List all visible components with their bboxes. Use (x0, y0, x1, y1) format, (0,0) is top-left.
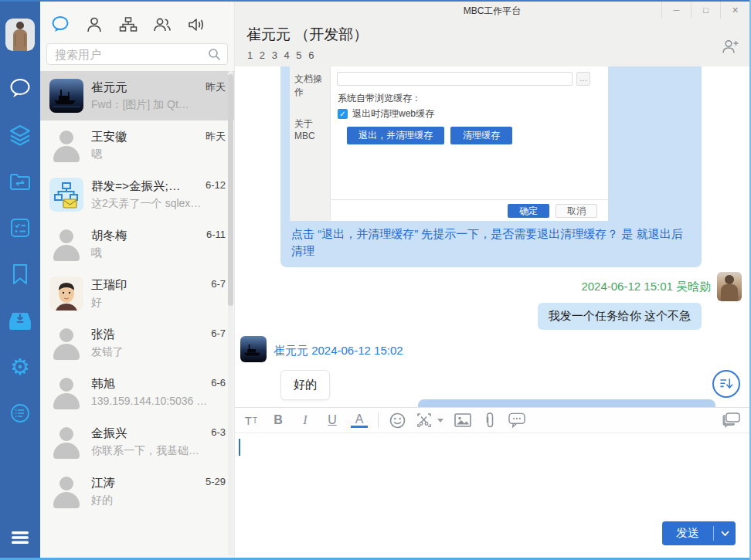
message-meta-left: 崔元元 2024-06-12 15:02 (240, 336, 749, 365)
contact-date: 6-7 (211, 278, 226, 290)
inbox-download-icon[interactable] (8, 309, 32, 332)
contacts-scrollbar[interactable] (228, 71, 233, 556)
menu-hamburger-icon[interactable] (0, 531, 40, 544)
about-list-icon[interactable] (8, 402, 32, 425)
add-person-icon[interactable] (722, 39, 739, 57)
send-dropdown-icon[interactable] (714, 531, 736, 536)
chat-records-icon[interactable] (722, 412, 740, 432)
contact-date: 昨天 (206, 80, 226, 94)
contact-preview: 嗯 (91, 148, 226, 161)
italic-icon[interactable]: I (297, 411, 314, 429)
message-scroll-area[interactable]: 文档操作 关于MBC … 系统自带浏览缓存： ✓ 退出时清理web缓存 (235, 66, 749, 407)
minimize-button[interactable]: ─ (661, 2, 691, 19)
contact-date: 6-7 (211, 328, 226, 339)
contact-preview: 发错了 (91, 345, 226, 359)
contacts-toolbar (40, 2, 234, 36)
org-structure-icon[interactable] (119, 15, 138, 34)
folder-transfer-icon[interactable] (8, 170, 32, 193)
contact-preview: 这2天弄了一个 sqlex… (91, 197, 226, 211)
contact-date: 5-29 (206, 476, 226, 487)
search-input[interactable] (47, 48, 227, 61)
contact-date: 昨天 (206, 130, 226, 144)
contact-date: 6-12 (206, 179, 226, 191)
contacts-panel: 崔元元 昨天 Fwd：[图片] 加 Qt… 王安徽 昨天 嗯 群发=>金振兴;…… (40, 2, 234, 558)
list-item[interactable]: 崔元元 昨天 Fwd：[图片] 加 Qt… (40, 71, 234, 120)
list-item[interactable]: 群发=>金振兴;… 6-12 这2天弄了一个 sqlex… (40, 170, 234, 219)
message-input[interactable]: 发送 (235, 434, 749, 558)
contact-person-icon[interactable] (85, 15, 104, 34)
announcement-speaker-icon[interactable] (187, 15, 206, 34)
app-window: ⚙ (0, 0, 751, 560)
groups-icon[interactable] (153, 15, 172, 34)
maximize-button[interactable]: □ (691, 2, 720, 19)
avatar (49, 375, 83, 409)
emoji-icon[interactable] (389, 411, 406, 429)
attachment-icon[interactable] (481, 411, 498, 429)
incoming-message-bubble: 文档操作 关于MBC … 系统自带浏览缓存： ✓ 退出时清理web缓存 (280, 66, 702, 267)
dialog-cancel-button: 取消 (556, 204, 597, 218)
window-border-top (0, 0, 751, 2)
contact-preview: 你联系一下，我基础… (91, 444, 226, 458)
contact-name: 王瑞印 (91, 277, 127, 294)
image-icon[interactable] (454, 411, 471, 429)
screenshot-dropdown-icon[interactable] (437, 411, 444, 429)
screenshot-settings-dialog: 文档操作 关于MBC … 系统自带浏览缓存： ✓ 退出时清理web缓存 (290, 66, 608, 221)
sender-avatar (240, 336, 267, 365)
dialog-checkbox-checked: ✓ (338, 109, 348, 119)
settings-gear-icon[interactable]: ⚙ (8, 355, 32, 378)
chat-bubble-icon[interactable] (51, 15, 70, 34)
list-item[interactable]: 胡冬梅 6-11 哦 (40, 219, 234, 269)
current-user-avatar[interactable] (5, 19, 35, 51)
send-label: 发送 (662, 526, 713, 541)
contact-name: 江涛 (91, 475, 115, 491)
underline-icon[interactable]: U (324, 411, 341, 429)
embedded-screenshot: 文档操作 关于MBC … 系统自带浏览缓存： ✓ 退出时清理web缓存 (290, 66, 692, 221)
contact-preview: 好 (91, 296, 226, 310)
font-color-icon[interactable]: A (351, 413, 368, 428)
avatar (49, 326, 83, 360)
avatar (49, 425, 83, 459)
contact-name: 韩旭 (91, 376, 115, 392)
dialog-clear-button: 清理缓存 (450, 127, 512, 144)
bookmark-icon[interactable] (8, 263, 32, 286)
screenshot-icon[interactable] (416, 411, 433, 429)
list-item[interactable]: 江涛 5-29 好的 (40, 467, 234, 516)
comment-icon[interactable] (508, 411, 525, 429)
contact-preview: 好的 (91, 494, 226, 507)
search-box (46, 43, 228, 65)
contact-name: 王安徽 (91, 129, 127, 145)
contact-preview: 哦 (91, 246, 226, 260)
dialog-cache-label: 系统自带浏览缓存： (338, 92, 421, 105)
list-item[interactable]: 张浩 6-7 发错了 (40, 318, 234, 368)
list-item[interactable]: 金振兴 6-3 你联系一下，我基础… (40, 417, 234, 467)
incoming-message-text: 好的 (280, 370, 330, 400)
close-button[interactable]: ✕ (720, 2, 749, 19)
contact-name: 金振兴 (91, 426, 127, 442)
search-icon (208, 48, 221, 64)
dialog-sidebar-item: 关于MBC (290, 117, 330, 160)
dialog-exit-clear-button: 退出，并清理缓存 (347, 127, 444, 144)
avatar (49, 128, 83, 162)
chat-icon[interactable] (8, 77, 32, 100)
bold-icon[interactable]: B (270, 411, 287, 429)
left-rail: ⚙ (0, 2, 40, 558)
sender-name-time[interactable]: 崔元元 2024-06-12 15:02 (274, 344, 403, 358)
send-button[interactable]: 发送 (662, 521, 736, 545)
contact-name: 胡冬梅 (91, 228, 127, 244)
list-item[interactable]: 王安徽 昨天 嗯 (40, 120, 234, 170)
scroll-to-bottom-button[interactable] (712, 370, 740, 398)
timestamp-sender: 2024-06-12 15:01 吴晗勋 (581, 280, 711, 294)
avatar (49, 79, 83, 113)
tasks-icon[interactable] (8, 216, 32, 239)
page-numbers[interactable]: 1 2 3 4 5 6 (247, 49, 314, 61)
layers-icon[interactable] (8, 124, 32, 147)
text-cursor (239, 439, 240, 456)
titlebar[interactable]: MBC工作平台 ─ □ ✕ (235, 2, 749, 19)
list-item[interactable]: 王瑞印 6-7 好 (40, 269, 234, 318)
list-item[interactable]: 韩旭 6-6 139.159.144.10:5036 … (40, 368, 234, 417)
contact-name: 崔元元 (91, 80, 127, 96)
font-size-icon[interactable]: TT (243, 411, 260, 429)
dialog-checkbox-label: 退出时清理web缓存 (352, 107, 434, 120)
avatar (49, 227, 83, 261)
contact-preview: Fwd：[图片] 加 Qt… (91, 98, 226, 112)
